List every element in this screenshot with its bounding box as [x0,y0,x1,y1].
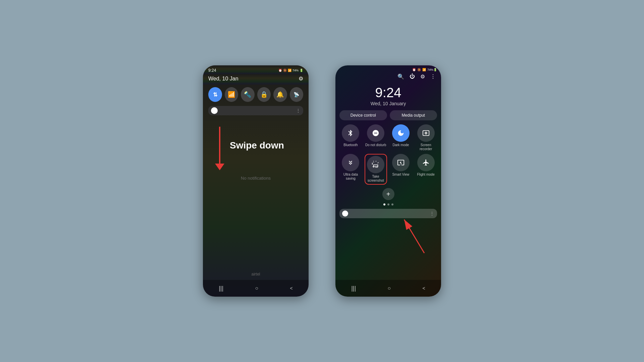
battery-right: 74%🔋 [427,68,437,71]
nav-bar-left: ||| ○ < [203,280,309,297]
qs-grid-row1: Bluetooth Do not disturb Dark mode [335,124,441,151]
qs-date: Wed, 10 January [335,101,441,106]
nav-recent-right[interactable]: ||| [351,285,356,292]
nav-recent-left[interactable]: ||| [219,285,223,292]
dot-3 [391,203,393,205]
signal-bars-right: 📶 [422,68,426,71]
no-notifications-text: No notifications [208,176,303,181]
flight-mode-label: Flight mode [417,173,435,177]
page-container: 9:24 ⏰ 🔕 📶 74% 🔋 Wed, 10 Jan ⚙ ⇅ 📶 🔦 [0,0,644,362]
swipe-down-text: Swipe down [230,140,284,151]
nav-back-left[interactable]: < [290,286,293,291]
alarm-icon: ⏰ [278,69,282,72]
qs-tile-bluetooth[interactable]: Bluetooth [339,124,362,151]
datasave-icon-tile [342,154,359,171]
screenshot-label: Take screenshot [367,175,385,183]
brightness-menu-icon[interactable]: ⋮ [296,108,301,113]
qs-grid-row2: Ultra data saving Take screenshot Smart … [335,154,441,185]
screenshot-icon-tile [367,156,384,173]
tile-data[interactable]: ⇅ [208,87,222,102]
media-output-btn[interactable]: Media output [390,110,437,120]
phones-container: 9:24 ⏰ 🔕 📶 74% 🔋 Wed, 10 Jan ⚙ ⇅ 📶 🔦 [203,65,441,297]
notification-header: Wed, 10 Jan ⚙ [203,74,309,84]
battery-text-left: 74% [292,69,299,72]
tile-lock[interactable]: 🔒 [257,87,271,102]
qs-add-btn[interactable]: + [382,188,394,200]
qs-tile-dnd[interactable]: Do not disturb [365,124,387,151]
tile-torch[interactable]: 🔦 [241,87,255,102]
smartview-label: Smart View [392,173,409,177]
screen-recorder-icon-tile [417,124,435,142]
power-icon[interactable]: ⏻ [410,73,415,80]
dnd-label: Do not disturb [365,143,386,147]
brightness-bar-left[interactable]: ⋮ [208,106,303,115]
date-left: Wed, 10 Jan [208,76,238,82]
nav-home-left[interactable]: ○ [255,285,259,291]
nav-back-right[interactable]: < [423,286,425,291]
qs-control-buttons: Device control Media output [335,110,441,120]
phone-right: ⏰ 🔕 📶 74%🔋 🔍 ⏻ ⚙ ⋮ 9:24 Wed, 10 January … [335,65,441,297]
qs-page-dots [335,203,441,205]
qs-tile-datasave[interactable]: Ultra data saving [339,154,362,185]
status-bar-right: ⏰ 🔕 📶 74%🔋 [335,65,441,72]
brightness-thumb-left [211,107,218,114]
settings-icon-right[interactable]: ⚙ [420,73,425,80]
tile-sound[interactable]: 🔔 [273,87,287,102]
mute-icon-right: 🔕 [417,68,421,71]
quick-tiles-row: ⇅ 📶 🔦 🔒 🔔 📡 [203,84,309,105]
carrier-text: airtel [203,272,309,277]
bluetooth-label: Bluetooth [343,143,358,147]
add-icon: + [386,190,390,198]
more-icon[interactable]: ⋮ [430,73,436,80]
device-control-btn[interactable]: Device control [339,110,387,120]
tile-wifi[interactable]: 📶 [225,87,238,102]
qs-header-icons: 🔍 ⏻ ⚙ ⋮ [335,72,441,82]
qs-tile-screen-recorder[interactable]: Screen recorder [415,124,437,151]
battery-icon-left: 🔋 [300,69,303,72]
qs-time: 9:24 [335,82,441,101]
bluetooth-icon-tile [342,124,359,142]
qs-tile-dark[interactable]: Dark mode [390,124,412,151]
swipe-down-arrow [215,127,224,170]
dot-2 [387,203,389,205]
settings-icon-left[interactable]: ⚙ [299,75,303,82]
qs-tile-screenshot[interactable]: Take screenshot [365,154,387,185]
flight-mode-icon-tile [417,154,435,171]
alarm-icon-right: ⏰ [412,68,416,71]
phone-left: 9:24 ⏰ 🔕 📶 74% 🔋 Wed, 10 Jan ⚙ ⇅ 📶 🔦 [203,65,309,297]
qs-tile-smartview[interactable]: Smart View [390,154,412,185]
svg-point-2 [425,132,427,134]
smartview-icon-tile [392,154,410,171]
mute-icon: 🔕 [283,69,287,72]
dnd-icon-tile [367,124,384,142]
annotation-arrow [391,213,431,256]
qs-brightness-menu[interactable]: ⋮ [430,211,434,216]
tile-hotspot[interactable]: 📡 [290,87,304,102]
signal-icon: 📶 [288,69,291,72]
qs-tile-flight[interactable]: Flight mode [415,154,437,185]
nav-home-right[interactable]: ○ [388,285,391,291]
dark-mode-label: Dark mode [392,143,409,147]
status-icons-left: ⏰ 🔕 📶 74% 🔋 [278,69,303,72]
dot-1 [383,203,385,205]
brightness-bar-right[interactable]: ⋮ [339,209,437,218]
swipe-down-area: Swipe down No notifications [203,117,309,187]
svg-line-4 [404,220,424,253]
nav-bar-right: ||| ○ < [335,280,441,297]
datasave-label: Ultra data saving [339,173,362,181]
swipe-row: Swipe down [208,127,303,170]
search-icon[interactable]: 🔍 [397,73,404,80]
time-left: 9:24 [208,68,216,73]
dark-mode-icon-tile [392,124,410,142]
screen-recorder-label: Screen recorder [415,143,437,151]
status-bar-left: 9:24 ⏰ 🔕 📶 74% 🔋 [203,65,309,74]
brightness-thumb-right [342,210,348,217]
